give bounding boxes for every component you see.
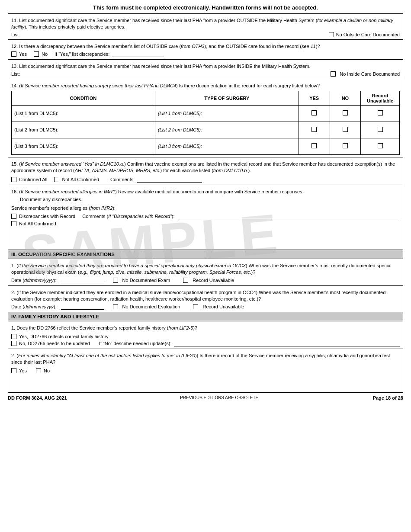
confirmed-label-15: Confirmed All bbox=[19, 177, 47, 182]
date-field-iii-q2[interactable] bbox=[61, 304, 104, 310]
yes-checkbox-row-2[interactable] bbox=[299, 122, 330, 138]
section14-intro: 14. (If Service member reported having s… bbox=[11, 83, 400, 89]
confirmed-checkbox-15[interactable] bbox=[11, 177, 16, 182]
section-iii-q2-text: 2. (If the Service member indicated they… bbox=[11, 289, 400, 303]
no-documented-exam-label: No Documented Exam bbox=[122, 278, 170, 283]
comments-label-15: Comments: bbox=[110, 177, 135, 182]
surgery-cell-1: (List 1 from DLMC5): bbox=[155, 105, 299, 122]
section16-doc: Document any discrepancies. bbox=[20, 196, 400, 203]
section11-text: 11. List documented significant care the… bbox=[11, 17, 400, 31]
section-iii-q1: 1. (If the Service member indicated they… bbox=[8, 259, 403, 286]
section-iii-q2: 2. (If the Service member indicated they… bbox=[8, 286, 403, 313]
no-outside-care-checkbox[interactable] bbox=[329, 32, 334, 37]
no-dd2766-label: No, DD2766 needs to be updated bbox=[19, 341, 90, 346]
surgery-table: CONDITION TYPE OF SURGERY YES NO Record … bbox=[11, 91, 400, 155]
section-12: 12. Is there a discrepancy between the S… bbox=[8, 40, 403, 60]
comments-label-16: Comments (If “Discrepancies with Record”… bbox=[82, 214, 174, 219]
yes-checkbox-12[interactable] bbox=[11, 51, 16, 57]
discrepancies-checkbox-16[interactable] bbox=[11, 214, 16, 219]
section-iv-header: IV. FAMILY HISTORY AND LIFESTYLE bbox=[8, 312, 403, 321]
no-checkbox-12[interactable] bbox=[34, 51, 39, 57]
comments-field-16[interactable] bbox=[177, 213, 400, 219]
if-no-label-iv: If “No” describe needed update(s): bbox=[99, 341, 172, 346]
section-iv-q2: 2. (For males who identify “At least one… bbox=[8, 349, 403, 392]
section-15: 15. (If Service member answered “Yes” in… bbox=[8, 157, 403, 185]
no-checkbox-row-2[interactable] bbox=[330, 122, 361, 138]
col-condition: CONDITION bbox=[12, 91, 155, 105]
not-confirmed-label-15: Not All Confirmed bbox=[62, 177, 99, 182]
no-documented-eval-label: No Documented Evaluation bbox=[122, 304, 180, 309]
no-inside-care-label: No Inside Care Documented bbox=[340, 71, 400, 77]
if-no-field-iv[interactable] bbox=[174, 340, 400, 346]
surgery-cell-2: (List 2 from DLMC5): bbox=[155, 122, 299, 138]
section16-allergies: Service member’s reported allergies (fro… bbox=[11, 205, 400, 212]
yes-dd2766-checkbox[interactable] bbox=[11, 334, 16, 339]
col-unavail: Record Unavailable bbox=[361, 91, 400, 105]
col-surgery: TYPE OF SURGERY bbox=[155, 91, 299, 105]
page-number: Page 18 of 28 bbox=[373, 395, 403, 401]
list-label-13: List: bbox=[11, 71, 20, 77]
no-checkbox-row-1[interactable] bbox=[330, 105, 361, 122]
section12-text: 12. Is there a discrepancy between the S… bbox=[11, 43, 400, 50]
no-documented-exam-checkbox[interactable] bbox=[113, 278, 118, 283]
record-unavailable-label-2: Record Unavailable bbox=[202, 304, 244, 309]
page-title: This form must be completed electronical… bbox=[8, 4, 403, 11]
col-yes: YES bbox=[299, 91, 330, 105]
if-yes-label-12: If “Yes,” list discrepancies: bbox=[55, 51, 109, 57]
surgery-table-row: (List 1 from DLMC5):(List 1 from DLMC5): bbox=[12, 105, 400, 122]
comments-field-15[interactable] bbox=[137, 176, 202, 183]
yes-checkbox-row-1[interactable] bbox=[299, 105, 330, 122]
form-number: DD FORM 3024, AUG 2021 bbox=[8, 395, 67, 401]
unavail-checkbox-row-1[interactable] bbox=[361, 105, 400, 122]
section-13: 13. List documented significant care the… bbox=[8, 60, 403, 79]
no-label-12: No bbox=[42, 51, 48, 57]
not-all-confirmed-label-16: Not All Confirmed bbox=[19, 221, 56, 226]
surgery-cell-3: (List 3 from DLMC5): bbox=[155, 138, 299, 154]
section-14: 14. (If Service member reported having s… bbox=[8, 79, 403, 157]
record-unavailable-checkbox-2[interactable] bbox=[193, 304, 198, 309]
discrepancies-label-16: Discrepancies with Record bbox=[19, 214, 75, 219]
section-iii-header: III. OCCUPATION-SPECIFIC EXAMINATIONS bbox=[8, 250, 403, 259]
unavail-checkbox-row-3[interactable] bbox=[361, 138, 400, 154]
condition-cell-3: (List 3 from DLMC5): bbox=[12, 138, 155, 154]
discrepancies-field-12[interactable] bbox=[112, 51, 164, 57]
condition-cell-1: (List 1 from DLMC5): bbox=[12, 105, 155, 122]
previous-editions: PREVIOUS EDITIONS ARE OBSOLETE. bbox=[180, 395, 260, 400]
section-11: 11. List documented significant care the… bbox=[8, 14, 403, 40]
section-16: 16. (If Service member reported allergie… bbox=[8, 185, 403, 250]
not-confirmed-checkbox-15[interactable] bbox=[54, 177, 59, 182]
not-all-confirmed-checkbox-16[interactable] bbox=[11, 221, 16, 226]
no-documented-eval-checkbox[interactable] bbox=[113, 304, 118, 309]
yes-checkbox-iv-q2[interactable] bbox=[11, 368, 16, 373]
no-label-iv-q2: No bbox=[44, 368, 50, 373]
yes-checkbox-row-3[interactable] bbox=[299, 138, 330, 154]
surgery-table-row: (List 2 from DLMC5):(List 2 from DLMC5): bbox=[12, 122, 400, 138]
page-footer: DD FORM 3024, AUG 2021 PREVIOUS EDITIONS… bbox=[8, 393, 403, 401]
no-dd2766-checkbox[interactable] bbox=[11, 341, 16, 346]
no-checkbox-row-3[interactable] bbox=[330, 138, 361, 154]
yes-dd2766-label: Yes, DD2766 reflects correct family hist… bbox=[19, 334, 109, 339]
section13-text: 13. List documented significant care the… bbox=[11, 63, 400, 70]
list-label-11: List: bbox=[11, 32, 20, 37]
record-unavailable-checkbox-1[interactable] bbox=[183, 278, 188, 283]
no-checkbox-iv-q2[interactable] bbox=[36, 368, 41, 373]
section-iv-q1: 1. Does the DD 2766 reflect the Service … bbox=[8, 321, 403, 349]
yes-label-12: Yes bbox=[19, 51, 27, 57]
condition-cell-2: (List 2 from DLMC5): bbox=[12, 122, 155, 138]
record-unavailable-label-1: Record Unavailable bbox=[193, 278, 234, 283]
date-field-iii-q1[interactable] bbox=[61, 277, 104, 283]
no-outside-care-label: No Outside Care Documented bbox=[336, 32, 400, 37]
surgery-table-row: (List 3 from DLMC5):(List 3 from DLMC5): bbox=[12, 138, 400, 154]
section16-intro: 16. (If Service member reported allergie… bbox=[11, 189, 400, 195]
yes-label-iv-q2: Yes bbox=[19, 368, 27, 373]
no-inside-care-checkbox[interactable] bbox=[331, 71, 336, 77]
col-no: NO bbox=[330, 91, 361, 105]
unavail-checkbox-row-2[interactable] bbox=[361, 122, 400, 138]
section15-intro: 15. (If Service member answered “Yes” in… bbox=[11, 161, 400, 174]
